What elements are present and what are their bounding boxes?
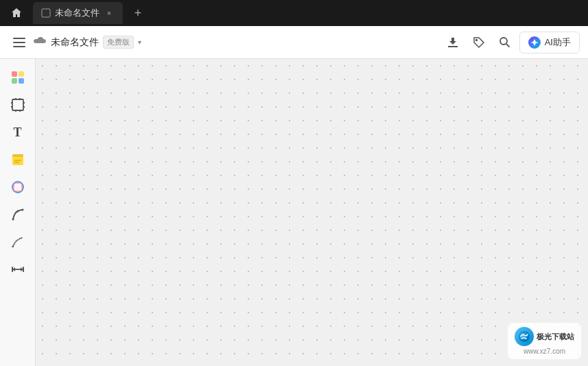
download-button[interactable] bbox=[441, 31, 464, 54]
svg-rect-21 bbox=[12, 154, 23, 157]
svg-rect-3 bbox=[13, 46, 25, 47]
svg-rect-11 bbox=[12, 99, 23, 110]
text-tool-icon: T bbox=[13, 125, 21, 140]
add-tab-button[interactable]: + bbox=[128, 3, 148, 23]
svg-rect-25 bbox=[14, 183, 22, 191]
svg-point-28 bbox=[21, 209, 23, 211]
palette-tool[interactable] bbox=[5, 64, 31, 90]
svg-point-26 bbox=[12, 219, 14, 221]
svg-rect-0 bbox=[42, 9, 50, 17]
ai-assistant-button[interactable]: AI助手 bbox=[519, 32, 580, 53]
watermark-logo: 极光下载站 bbox=[515, 327, 574, 346]
menu-button[interactable] bbox=[8, 32, 30, 53]
svg-rect-1 bbox=[13, 38, 25, 39]
toolbar-logo: 未命名文件 免费版 ▾ bbox=[33, 36, 141, 49]
cloud-icon bbox=[33, 36, 47, 48]
svg-rect-7 bbox=[12, 71, 17, 77]
toolbar-badge: 免费版 bbox=[103, 36, 134, 49]
svg-point-4 bbox=[475, 39, 477, 40]
svg-rect-9 bbox=[12, 78, 17, 84]
tab-close-button[interactable]: × bbox=[104, 8, 115, 19]
tab-title: 未命名文件 bbox=[55, 7, 99, 19]
sidebar: T bbox=[0, 59, 36, 366]
note-tool[interactable] bbox=[5, 147, 31, 173]
svg-rect-8 bbox=[19, 71, 24, 77]
watermark: 极光下载站 www.xz7.com bbox=[508, 323, 581, 359]
watermark-url: www.xz7.com bbox=[524, 347, 565, 355]
title-bar: 未命名文件 × + bbox=[0, 0, 588, 26]
main-area: T bbox=[0, 59, 588, 366]
text-tool[interactable]: T bbox=[5, 119, 31, 145]
svg-rect-2 bbox=[13, 42, 25, 43]
toolbar-chevron[interactable]: ▾ bbox=[138, 38, 141, 46]
svg-line-6 bbox=[506, 44, 510, 47]
ai-assistant-label: AI助手 bbox=[545, 36, 571, 49]
frame-tool[interactable] bbox=[5, 92, 31, 118]
svg-rect-10 bbox=[19, 78, 24, 84]
connector-tool[interactable] bbox=[5, 256, 31, 282]
shape-tool[interactable] bbox=[5, 174, 31, 200]
watermark-name: 极光下载站 bbox=[537, 332, 574, 342]
canvas[interactable]: 极光下载站 www.xz7.com bbox=[36, 59, 588, 366]
toolbar: 未命名文件 免费版 ▾ AI助手 bbox=[0, 26, 588, 59]
pencil-tool[interactable] bbox=[5, 229, 31, 255]
active-tab[interactable]: 未命名文件 × bbox=[33, 2, 123, 24]
toolbar-filename: 未命名文件 bbox=[51, 36, 99, 49]
tag-button[interactable] bbox=[467, 31, 491, 54]
watermark-icon bbox=[515, 327, 534, 346]
svg-point-5 bbox=[500, 38, 507, 45]
home-button[interactable] bbox=[5, 2, 27, 24]
search-button[interactable] bbox=[493, 31, 517, 54]
svg-point-27 bbox=[16, 210, 19, 212]
canvas-background bbox=[36, 59, 588, 366]
pen-tool[interactable] bbox=[5, 202, 31, 228]
ai-logo-icon bbox=[528, 36, 541, 49]
